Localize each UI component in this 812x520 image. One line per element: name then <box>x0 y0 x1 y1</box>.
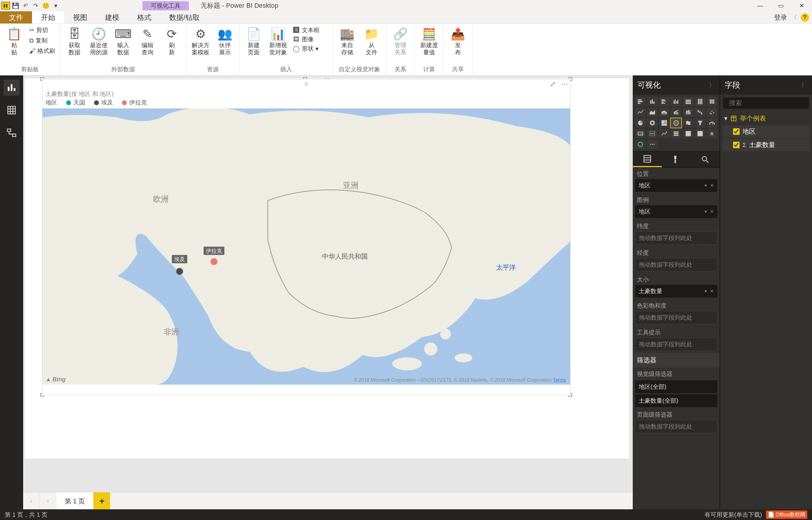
paste-button[interactable]: 📋粘 贴 <box>3 26 26 56</box>
viz-100pct-column-icon[interactable] <box>695 97 705 106</box>
enter-data-button[interactable]: ⌨︎输入 数据 <box>112 26 135 56</box>
tab-data-drill[interactable]: 数据/钻取 <box>160 11 208 23</box>
add-page-button[interactable]: + <box>93 492 110 509</box>
well-chip-legend[interactable]: 地区▾✕ <box>635 205 717 218</box>
maximize-button[interactable]: ▭ <box>771 0 791 11</box>
file-tab[interactable]: 文件 <box>0 11 32 23</box>
focus-mode-icon[interactable]: ⤢ <box>550 80 556 88</box>
viz-scatter-icon[interactable] <box>707 107 717 117</box>
viz-stacked-column-icon[interactable] <box>647 97 658 106</box>
collapse-ribbon-icon[interactable]: 〈 <box>791 13 797 22</box>
partner-showcase-button[interactable]: 👥伙伴 展示 <box>214 26 236 56</box>
data-view-icon[interactable] <box>4 102 20 118</box>
viz-card-icon[interactable]: 123 <box>635 129 646 138</box>
search-input[interactable] <box>729 99 811 107</box>
viz-pie-icon[interactable] <box>635 118 646 128</box>
fields-search-box[interactable] <box>723 97 809 109</box>
image-button[interactable]: 🖼图像 <box>291 35 330 44</box>
shapes-button[interactable]: ◯形状 ▾ <box>291 44 330 53</box>
field-row[interactable]: 地区 <box>722 125 810 138</box>
recent-sources-button[interactable]: 🕘最近使 用的源 <box>88 26 110 56</box>
viz-funnel-icon[interactable] <box>695 118 705 128</box>
format-tab-icon[interactable] <box>662 152 691 167</box>
page-tab[interactable]: 第 1 页 <box>56 492 93 509</box>
get-data-button[interactable]: 🗄获取 数据 <box>63 26 86 56</box>
report-view-icon[interactable] <box>4 80 20 96</box>
viz-map-icon[interactable] <box>671 118 681 128</box>
well-placeholder[interactable]: 拖动数据字段到此处 <box>635 338 717 351</box>
chevron-down-icon[interactable]: ▾ <box>705 183 707 188</box>
signin-link[interactable]: 登录 <box>774 13 787 22</box>
viz-arcgis-icon[interactable] <box>635 139 646 149</box>
viz-slicer-icon[interactable] <box>671 129 681 138</box>
minimize-button[interactable]: — <box>750 0 771 11</box>
viz-waterfall-icon[interactable] <box>695 107 705 117</box>
smiley-icon[interactable]: 🙂 <box>42 2 49 9</box>
tab-format[interactable]: 格式 <box>128 11 160 23</box>
well-chip-location[interactable]: 地区▾✕ <box>635 179 717 192</box>
fields-tab-icon[interactable] <box>633 152 662 167</box>
pane-header-fields[interactable]: 字段〉 <box>720 75 812 95</box>
new-page-button[interactable]: 📄新建 页面 <box>243 26 265 56</box>
new-measure-button[interactable]: 🧮新建度 量值 <box>418 26 441 56</box>
edit-queries-button[interactable]: ✎编辑 查询 <box>136 26 159 56</box>
terms-link[interactable]: Terms <box>553 378 566 383</box>
viz-stacked-bar-icon[interactable] <box>635 97 646 106</box>
viz-gauge-icon[interactable] <box>707 118 717 128</box>
viz-filled-map-icon[interactable] <box>683 118 694 128</box>
undo-icon[interactable]: ↶ <box>22 2 29 9</box>
from-file-button[interactable]: 📁从 文件 <box>360 26 383 56</box>
well-chip-size[interactable]: 土豪数量▾✕ <box>635 285 717 297</box>
cut-button[interactable]: ✂剪切 <box>27 26 57 35</box>
viz-100pct-bar-icon[interactable] <box>683 97 694 106</box>
viz-combo-line-stacked-icon[interactable] <box>683 107 694 117</box>
qat-dropdown-icon[interactable]: ▾ <box>52 2 59 9</box>
viz-matrix-icon[interactable] <box>695 129 705 138</box>
publish-button[interactable]: 📤发 布 <box>447 26 469 56</box>
viz-treemap-icon[interactable] <box>659 118 670 128</box>
redo-icon[interactable]: ↷ <box>32 2 39 9</box>
save-icon[interactable]: 💾 <box>12 2 19 9</box>
filter-chip[interactable]: 地区(全部) <box>635 381 717 393</box>
viz-kpi-icon[interactable] <box>659 129 670 138</box>
datapoint-egypt[interactable] <box>176 267 184 275</box>
close-icon[interactable]: ✕ <box>710 183 714 188</box>
format-painter-button[interactable]: 🖌格式刷 <box>27 46 57 55</box>
close-button[interactable]: ✕ <box>791 0 812 11</box>
well-placeholder[interactable]: 拖动数据字段到此处 <box>635 258 717 271</box>
tab-modeling[interactable]: 建模 <box>96 11 128 23</box>
copy-button[interactable]: ⧉复制 <box>27 36 57 45</box>
viz-more-icon[interactable] <box>647 139 658 149</box>
pane-header-visualizations[interactable]: 可视化〉 <box>633 75 720 95</box>
viz-line-icon[interactable] <box>635 107 646 117</box>
solution-templates-button[interactable]: ⚙解决方 案模板 <box>189 26 212 56</box>
map-surface[interactable]: 欧洲 亚洲 非洲 中华人民共和国 太平洋 伊拉克 埃及 ▲ Bing © 201… <box>43 108 570 385</box>
visual-options-icon[interactable]: ⋯ <box>561 80 568 88</box>
visual-dragdown-icon[interactable]: ≡ <box>304 80 308 88</box>
text-box-button[interactable]: 🅰文本框 <box>291 26 330 35</box>
tab-home[interactable]: 开始 <box>32 11 64 23</box>
field-row[interactable]: Σ 土豪数量 <box>722 139 810 151</box>
viz-multi-row-card-icon[interactable] <box>647 129 658 138</box>
viz-table-icon[interactable] <box>683 129 694 138</box>
table-node[interactable]: ▾ 举个例表 <box>720 112 812 125</box>
manage-relationships-button[interactable]: 🔗管理 关系 <box>389 26 412 56</box>
help-icon[interactable]: ? <box>801 14 809 22</box>
map-visual[interactable]: ≡ ⤢ ⋯ 土豪数量(按 地区 和 地区) 地区 天国 埃及 伊拉克 <box>42 79 570 395</box>
viz-ribbon-icon[interactable] <box>707 97 717 106</box>
well-placeholder[interactable]: 拖动数据字段到此处 <box>635 231 717 245</box>
viz-clustered-bar-icon[interactable] <box>659 97 670 106</box>
refresh-button[interactable]: ⟳刷 新 <box>161 26 183 56</box>
viz-area-icon[interactable] <box>647 107 658 117</box>
new-visual-button[interactable]: 📊新增视 觉对象 <box>267 26 289 56</box>
filter-chip[interactable]: 土豪数量(全部) <box>635 394 717 407</box>
analytics-tab-icon[interactable] <box>691 152 720 167</box>
viz-r-icon[interactable]: R <box>707 129 717 138</box>
datapoint-iraq[interactable] <box>210 258 218 265</box>
page-next-button[interactable]: › <box>40 492 56 509</box>
page-prev-button[interactable]: ‹ <box>23 492 40 509</box>
model-view-icon[interactable] <box>4 125 20 141</box>
filters-section-header[interactable]: 筛选器 <box>633 353 720 368</box>
field-checkbox[interactable] <box>733 142 739 148</box>
field-checkbox[interactable] <box>733 128 739 135</box>
